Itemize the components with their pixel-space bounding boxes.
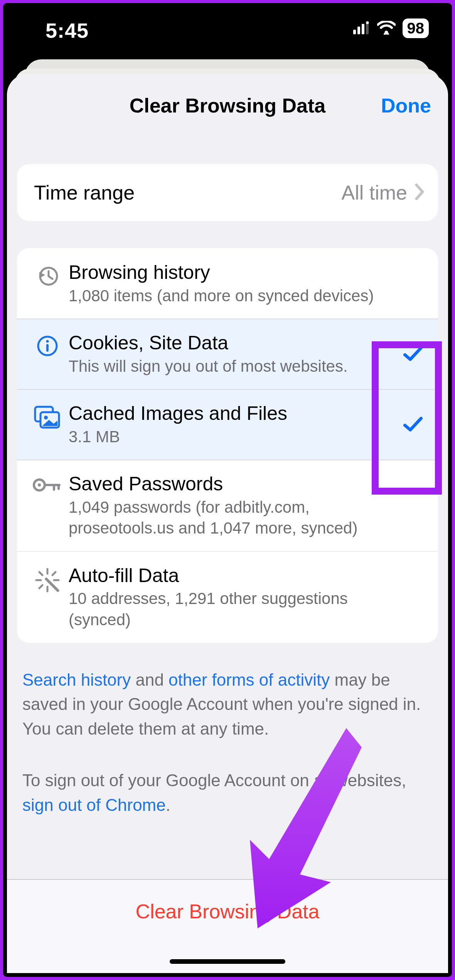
images-icon [26, 401, 69, 429]
row-title: Cookies, Site Data [69, 331, 396, 355]
svg-point-8 [46, 340, 49, 343]
content: Time range All time Browsing history1,08… [7, 164, 448, 643]
time-range-row[interactable]: Time range All time [17, 164, 438, 221]
checkmark-icon [399, 416, 426, 433]
row-body: Saved Passwords1,049 passwords (for adbi… [69, 472, 399, 539]
history-icon [26, 260, 69, 288]
data-type-row[interactable]: Auto-fill Data10 addresses, 1,291 other … [17, 551, 438, 643]
wifi-icon [377, 21, 396, 36]
footer-note: Search history and other forms of activi… [7, 668, 448, 817]
footer-text: To sign out of your Google Account on al… [22, 771, 406, 790]
data-type-row[interactable]: Cached Images and Files3.1 MB [17, 389, 438, 460]
data-types-card: Browsing history1,080 items (and more on… [17, 248, 438, 643]
done-button[interactable]: Done [381, 94, 431, 117]
data-type-row[interactable]: Cookies, Site DataThis will sign you out… [17, 319, 438, 389]
row-subtitle: This will sign you out of most websites. [69, 356, 396, 377]
row-subtitle: 1,049 passwords (for adbitly.com, proseo… [69, 497, 396, 539]
chevron-right-icon [414, 183, 425, 202]
time-range-card: Time range All time [17, 164, 438, 221]
key-icon [26, 472, 69, 494]
svg-point-12 [44, 416, 48, 420]
battery-indicator: 98 [403, 18, 429, 38]
svg-point-14 [38, 483, 41, 487]
wand-icon [26, 564, 69, 593]
row-title: Auto-fill Data [69, 564, 396, 588]
status-time: 5:45 [46, 18, 89, 42]
sign-out-chrome-link[interactable]: sign out of Chrome [22, 795, 166, 814]
time-range-label: Time range [34, 181, 342, 204]
status-right: 98 [353, 18, 429, 38]
device-frame: 5:45 98 [3, 3, 452, 977]
page-title: Clear Browsing Data [130, 94, 326, 117]
data-type-row[interactable]: Saved Passwords1,049 passwords (for adbi… [17, 460, 438, 551]
info-icon [26, 331, 69, 357]
checkmark-icon [399, 346, 426, 362]
svg-line-21 [52, 572, 56, 575]
other-activity-link[interactable]: other forms of activity [169, 670, 330, 689]
row-title: Saved Passwords [69, 472, 396, 496]
svg-rect-2 [362, 24, 364, 34]
home-indicator [170, 959, 285, 964]
row-body: Auto-fill Data10 addresses, 1,291 other … [69, 564, 399, 631]
data-type-row[interactable]: Browsing history1,080 items (and more on… [17, 248, 438, 319]
row-subtitle: 3.1 MB [69, 426, 396, 448]
svg-rect-9 [46, 344, 49, 352]
row-subtitle: 10 addresses, 1,291 other suggestions (s… [69, 588, 396, 630]
svg-point-4 [366, 21, 369, 24]
sheet-header: Clear Browsing Data Done [7, 74, 448, 137]
modal-sheet: Clear Browsing Data Done Time range All … [7, 74, 448, 973]
footer-para-2: To sign out of your Google Account on al… [22, 768, 433, 817]
row-subtitle: 1,080 items (and more on synced devices) [69, 285, 396, 307]
svg-rect-1 [357, 27, 360, 34]
svg-rect-0 [353, 30, 356, 34]
svg-line-19 [39, 572, 42, 575]
search-history-link[interactable]: Search history [22, 670, 131, 689]
row-title: Browsing history [69, 260, 396, 285]
svg-point-5 [384, 30, 388, 34]
row-body: Browsing history1,080 items (and more on… [69, 260, 399, 306]
bottom-bar: Clear Browsing Data [7, 879, 448, 973]
row-body: Cookies, Site DataThis will sign you out… [69, 331, 399, 377]
footer-text: . [166, 795, 170, 814]
row-title: Cached Images and Files [69, 401, 396, 426]
svg-line-22 [39, 585, 42, 588]
clear-browsing-data-button[interactable]: Clear Browsing Data [136, 900, 320, 923]
cellular-icon [353, 21, 370, 36]
status-bar: 5:45 98 [3, 3, 452, 57]
footer-text: and [131, 670, 169, 689]
row-body: Cached Images and Files3.1 MB [69, 401, 399, 447]
footer-para-1: Search history and other forms of activi… [22, 668, 433, 741]
time-range-value: All time [342, 181, 407, 204]
